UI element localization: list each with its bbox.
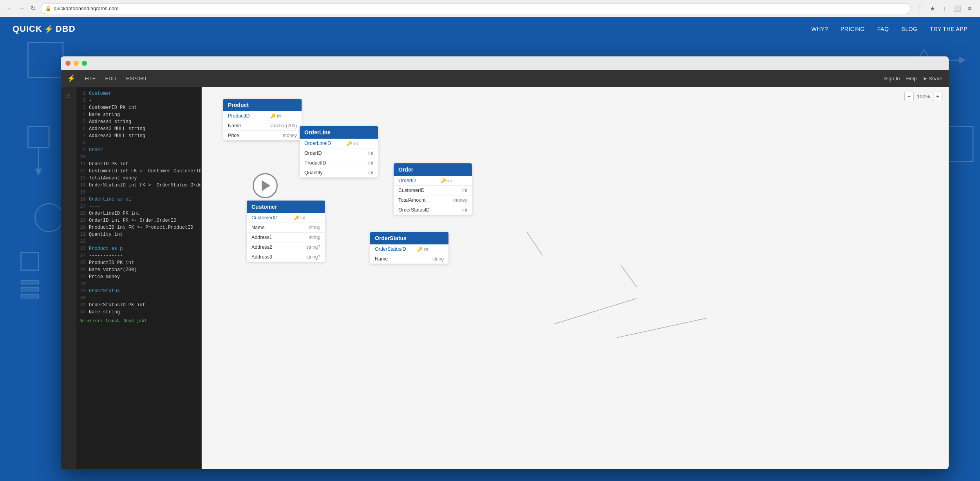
code-line-30: 30 ----: [76, 295, 201, 302]
more-button[interactable]: ≡: [964, 3, 975, 14]
field-name: Price: [228, 133, 267, 138]
address-bar[interactable]: 🔒 quickdatabasediagrams.com: [41, 3, 911, 14]
pk-icon: 🔑 int: [441, 178, 452, 183]
browser-chrome: ← → ↻ 🔒 quickdatabasediagrams.com ⋮ ★ ↑ …: [0, 0, 980, 17]
code-line-13: 13 TotalAmount money: [76, 175, 201, 182]
nav-pricing[interactable]: PRICING: [841, 26, 865, 32]
minimize-traffic-light[interactable]: [74, 61, 79, 66]
help-button[interactable]: Help: [906, 76, 917, 81]
code-line-25: 25 ProductID PK int: [76, 259, 201, 266]
field-name: TotalAmount: [398, 197, 438, 203]
code-line-26: 26 Name varchar(200): [76, 266, 201, 273]
svg-rect-9: [21, 288, 39, 291]
svg-rect-8: [21, 280, 39, 284]
maximize-traffic-light[interactable]: [82, 61, 87, 66]
field-type: int: [368, 160, 373, 166]
pk-icon: 🔑 int: [417, 247, 429, 252]
zoom-controls: − 100% +: [904, 92, 942, 101]
pk-icon: 🔑 int: [270, 114, 282, 119]
code-line-32: 32 Name string: [76, 309, 201, 316]
site-navbar: QUICK ⚡ DBD WHY? PRICING FAQ BLOG TRY TH…: [0, 17, 980, 41]
code-line-17: 17 ----: [76, 203, 201, 210]
svg-rect-0: [28, 43, 63, 78]
table-order[interactable]: Order OrderID 🔑 int CustomerID int Total…: [394, 163, 472, 215]
field-type: string: [309, 225, 320, 230]
table-orderstatus[interactable]: OrderStatus OrderStatusID 🔑 int Name str…: [370, 232, 448, 264]
table-product[interactable]: Product ProductID 🔑 int Name varchar(200…: [223, 99, 302, 140]
play-button[interactable]: [253, 173, 278, 198]
app-logo: ⚡: [67, 74, 76, 83]
field-type: string?: [306, 244, 320, 250]
field-name: CustomerID: [251, 215, 291, 221]
table-customer[interactable]: Customer CustomerID 🔑 int Name string Ad…: [247, 201, 325, 262]
close-traffic-light[interactable]: [65, 61, 71, 66]
svg-line-16: [621, 265, 636, 287]
table-row: Address1 string: [247, 233, 325, 242]
website: QUICK ⚡ DBD WHY? PRICING FAQ BLOG TRY TH…: [0, 17, 980, 481]
logo-dbd: DBD: [56, 24, 76, 34]
nav-try-app[interactable]: TRY THE APP: [930, 26, 967, 32]
field-name: OrderStatusID: [375, 246, 414, 252]
bookmark-button[interactable]: ★: [927, 3, 938, 14]
forward-button[interactable]: →: [16, 4, 26, 13]
menu-edit[interactable]: EDIT: [105, 76, 117, 81]
zoom-out-button[interactable]: −: [904, 92, 914, 101]
table-orderline-rows: OrderLineID 🔑 int OrderID int ProductID …: [300, 139, 378, 177]
table-orderline[interactable]: OrderLine OrderLineID 🔑 int OrderID int …: [300, 126, 378, 177]
play-circle: [253, 173, 278, 198]
code-editor[interactable]: 1 Customer 2 - 3 CustomerID PK int 4 Nam…: [76, 87, 202, 469]
table-orderline-header: OrderLine: [300, 126, 378, 139]
field-name: Address2: [251, 244, 291, 250]
logo-quick: QUICK: [13, 24, 42, 34]
extensions-button[interactable]: ⋮: [914, 3, 925, 14]
table-orderstatus-header: OrderStatus: [370, 232, 448, 244]
home-icon[interactable]: ⌂: [67, 92, 71, 100]
nav-blog[interactable]: BLOG: [901, 26, 917, 32]
zoom-in-button[interactable]: +: [933, 92, 942, 101]
diagram-canvas[interactable]: − 100% + Product: [202, 87, 949, 469]
share-button[interactable]: ➤ Share: [923, 76, 942, 81]
table-order-rows: OrderID 🔑 int CustomerID int TotalAmount…: [394, 176, 472, 215]
browser-actions: ⋮ ★ ↑ ⬜ ≡: [914, 3, 975, 14]
field-type: string: [432, 256, 444, 262]
field-type: varchar(200): [270, 123, 297, 128]
code-line-15: 15: [76, 189, 201, 196]
code-line-10: 10 -: [76, 154, 201, 161]
pk-icon: 🔑 int: [294, 215, 305, 221]
field-type: money: [283, 133, 297, 138]
back-button[interactable]: ←: [5, 4, 14, 13]
table-row: Address2 string?: [247, 242, 325, 252]
share-browser-button[interactable]: ↑: [939, 3, 950, 14]
refresh-button[interactable]: ↻: [28, 4, 38, 13]
browser-nav: ← → ↻: [5, 4, 38, 13]
table-row: Address3 string?: [247, 252, 325, 262]
sign-in-button[interactable]: Sign In: [884, 76, 900, 81]
code-line-5: 5 Address1 string: [76, 118, 201, 125]
code-line-27: 27 Price money: [76, 273, 201, 280]
code-line-24: 24 ------------: [76, 252, 201, 259]
code-line-20: 20 ProductID int FK >- Product.ProductID: [76, 224, 201, 231]
menu-file[interactable]: FILE: [85, 76, 96, 81]
field-name: CustomerID: [398, 188, 438, 193]
nav-faq[interactable]: FAQ: [877, 26, 889, 32]
svg-line-18: [617, 318, 707, 338]
menu-export[interactable]: EXPORT: [126, 76, 147, 81]
tab-button[interactable]: ⬜: [952, 3, 963, 14]
svg-marker-13: [959, 57, 966, 64]
app-header-right: Sign In Help ➤ Share: [884, 76, 942, 81]
site-logo[interactable]: QUICK ⚡ DBD: [13, 24, 76, 34]
nav-why[interactable]: WHY?: [812, 26, 828, 32]
app-sidebar: ⌂: [61, 87, 76, 469]
code-line-1: 1 Customer: [76, 90, 201, 97]
table-row: ProductID int: [300, 158, 378, 168]
app-body: ⌂ 1 Customer 2 - 3 CustomerID PK int 4: [61, 87, 949, 469]
table-row: OrderStatusID int: [394, 205, 472, 215]
svg-rect-7: [21, 253, 39, 270]
app-header: ⚡ FILE EDIT EXPORT Sign In Help ➤ Share: [61, 70, 949, 87]
svg-rect-3: [28, 127, 49, 148]
field-name: OrderID: [398, 178, 438, 183]
code-line-12: 12 CustomerID int FK >- Customer.Custome…: [76, 168, 201, 175]
table-row: Quantity int: [300, 168, 378, 177]
table-row: TotalAmount money: [394, 195, 472, 205]
field-type: int: [462, 188, 467, 193]
